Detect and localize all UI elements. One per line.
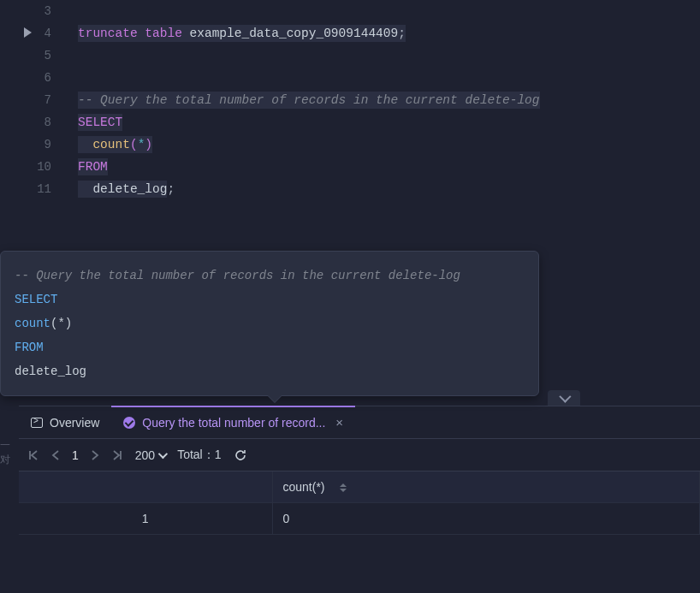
collapse-panel-button[interactable] — [548, 390, 580, 406]
code-content[interactable]: truncate table example_data_copy_0909144… — [64, 0, 700, 248]
line-number: 5 — [0, 44, 64, 67]
code-line[interactable]: SELECT — [64, 111, 700, 133]
page-size-value: 200 — [135, 448, 155, 462]
code-line[interactable] — [64, 67, 700, 89]
tab-query-result[interactable]: Query the total number of record... × — [111, 406, 355, 438]
results-toolbar: 1 200 Total：1 — [19, 439, 700, 471]
tab-overview[interactable]: Overview — [19, 406, 111, 438]
code-line[interactable]: count(*) — [64, 133, 700, 156]
code-line[interactable]: FROM — [64, 156, 700, 178]
cell-count: 0 — [272, 503, 700, 535]
line-number: 6 — [0, 67, 64, 89]
next-page-button[interactable] — [91, 449, 99, 461]
line-number: 4 — [0, 22, 64, 44]
line-number: 3 — [0, 0, 64, 22]
tooltip-line: FROM — [15, 335, 525, 359]
column-header-count[interactable]: count(*) — [272, 471, 700, 503]
chevron-down-icon — [158, 448, 168, 458]
overview-icon — [31, 418, 43, 428]
line-number: 7 — [0, 89, 64, 111]
tab-overview-label: Overview — [50, 416, 99, 430]
row-number-header — [19, 471, 272, 503]
last-page-button[interactable] — [111, 449, 123, 461]
success-check-icon — [123, 417, 135, 429]
chevron-down-icon — [559, 391, 571, 403]
refresh-button[interactable] — [234, 448, 247, 462]
code-line[interactable]: delete_log; — [64, 178, 700, 200]
tooltip-line: count(*) — [15, 311, 525, 335]
line-number-gutter: 34567891011 — [0, 0, 64, 248]
left-panel-edge-text: 一对 — [0, 440, 19, 466]
total-label: Total：1 — [177, 448, 221, 463]
results-tab-bar: Overview Query the total number of recor… — [19, 406, 700, 439]
sort-icon[interactable] — [340, 483, 347, 492]
code-line[interactable]: -- Query the total number of records in … — [64, 89, 700, 111]
page-size-select[interactable]: 200 — [135, 448, 165, 462]
run-line-icon[interactable] — [24, 27, 32, 38]
tooltip-line: delete_log — [15, 359, 525, 383]
tooltip-line: SELECT — [15, 288, 525, 311]
close-icon[interactable]: × — [335, 415, 343, 430]
sql-preview-tooltip: -- Query the total number of records in … — [0, 251, 539, 396]
line-number: 10 — [0, 156, 64, 178]
line-number: 9 — [0, 133, 64, 156]
code-line[interactable] — [64, 44, 700, 67]
results-panel: Overview Query the total number of recor… — [19, 406, 700, 593]
code-line[interactable] — [64, 0, 700, 22]
tooltip-line: -- Query the total number of records in … — [15, 264, 525, 288]
prev-page-button[interactable] — [51, 449, 60, 461]
tab-query-label: Query the total number of record... — [142, 416, 325, 430]
line-number: 11 — [0, 178, 64, 200]
row-number-cell: 1 — [19, 503, 272, 535]
first-page-button[interactable] — [27, 449, 39, 461]
code-editor[interactable]: 34567891011 truncate table example_data_… — [0, 0, 700, 248]
results-table: count(*) 10 — [19, 471, 700, 535]
current-page: 1 — [72, 448, 79, 462]
table-row[interactable]: 10 — [19, 503, 700, 535]
line-number: 8 — [0, 111, 64, 133]
code-line[interactable]: truncate table example_data_copy_0909144… — [64, 22, 700, 44]
